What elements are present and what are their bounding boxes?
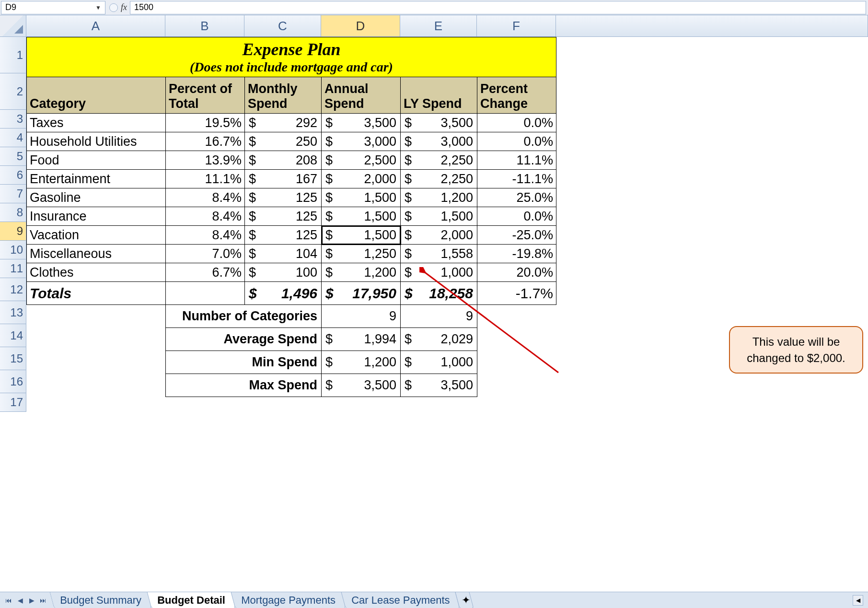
stat-empty-a-3[interactable] (27, 374, 166, 397)
cell-chg-8[interactable]: 0.0% (477, 207, 556, 226)
totals-pct[interactable] (166, 282, 245, 305)
col-header-A[interactable]: A (26, 15, 165, 36)
cell-pct-8[interactable]: 8.4% (166, 207, 245, 226)
totals-ly[interactable]: $18,258 (401, 282, 477, 305)
row-header-8[interactable]: 8 (0, 203, 26, 222)
cell-pct-11[interactable]: 6.7% (166, 263, 245, 282)
cell-annual-7[interactable]: $1,500 (322, 188, 401, 207)
fx-label[interactable]: fx (121, 2, 127, 12)
cell-annual-8[interactable]: $1,500 (322, 207, 401, 226)
title-cell[interactable]: Expense Plan (Does not include mortgage … (27, 37, 556, 77)
col-header-F[interactable]: F (477, 15, 556, 36)
stat-empty-a-1[interactable] (27, 328, 166, 351)
cell-chg-5[interactable]: 11.1% (477, 151, 556, 170)
row-header-2[interactable]: 2 (0, 73, 26, 110)
cell-annual-9[interactable]: $1,500 (322, 226, 401, 245)
tab-nav-next-icon[interactable]: ▶ (26, 595, 37, 606)
cell-monthly-8[interactable]: $125 (245, 207, 322, 226)
stat-empty-f-1[interactable] (477, 328, 556, 351)
cell-ly-5[interactable]: $2,250 (401, 151, 477, 170)
stat-d-0[interactable]: 9 (322, 305, 401, 328)
cell-annual-4[interactable]: $3,000 (322, 132, 401, 151)
row-header-7[interactable]: 7 (0, 185, 26, 203)
cell-ly-4[interactable]: $3,000 (401, 132, 477, 151)
hdr-percent[interactable]: Percent of Total (166, 77, 245, 114)
stat-e-1[interactable]: $2,029 (401, 328, 477, 351)
cell-monthly-11[interactable]: $100 (245, 263, 322, 282)
stat-empty-f-2[interactable] (477, 351, 556, 374)
cell-chg-9[interactable]: -25.0% (477, 226, 556, 245)
cell-monthly-7[interactable]: $125 (245, 188, 322, 207)
row-header-11[interactable]: 11 (0, 259, 26, 278)
stat-empty-f-0[interactable] (477, 305, 556, 328)
cell-cat-10[interactable]: Miscellaneous (27, 245, 166, 263)
totals-chg[interactable]: -1.7% (477, 282, 556, 305)
select-all-corner[interactable] (0, 15, 26, 36)
cell-ly-8[interactable]: $1,500 (401, 207, 477, 226)
cell-cat-7[interactable]: Gasoline (27, 188, 166, 207)
stat-label-3[interactable]: Max Spend (166, 374, 322, 397)
row-header-5[interactable]: 5 (0, 147, 26, 166)
cell-chg-4[interactable]: 0.0% (477, 132, 556, 151)
col-header-rest[interactable] (556, 15, 868, 36)
row-header-1[interactable]: 1 (0, 37, 26, 73)
cell-ly-7[interactable]: $1,200 (401, 188, 477, 207)
stat-e-0[interactable]: 9 (401, 305, 477, 328)
stat-empty-a-2[interactable] (27, 351, 166, 374)
row-header-4[interactable]: 4 (0, 129, 26, 147)
cell-pct-4[interactable]: 16.7% (166, 132, 245, 151)
sheet-tab-budget-summary[interactable]: Budget Summary (49, 592, 151, 608)
row-header-3[interactable]: 3 (0, 110, 26, 129)
cell-pct-9[interactable]: 8.4% (166, 226, 245, 245)
cell-ly-11[interactable]: $1,000 (401, 263, 477, 282)
row-header-16[interactable]: 16 (0, 370, 26, 393)
stat-label-0[interactable]: Number of Categories (166, 305, 322, 328)
tab-nav-first-icon[interactable]: ⏮ (3, 595, 14, 606)
cell-chg-11[interactable]: 20.0% (477, 263, 556, 282)
col-header-B[interactable]: B (165, 15, 244, 36)
cell-chg-3[interactable]: 0.0% (477, 114, 556, 132)
stat-d-3[interactable]: $3,500 (322, 374, 401, 397)
fx-circle-icon[interactable] (109, 3, 118, 12)
name-box-dropdown-icon[interactable]: ▼ (95, 4, 101, 11)
cell-annual-3[interactable]: $3,500 (322, 114, 401, 132)
hdr-annual[interactable]: Annual Spend (322, 77, 401, 114)
col-header-C[interactable]: C (244, 15, 321, 36)
cell-monthly-9[interactable]: $125 (245, 226, 322, 245)
hdr-ly[interactable]: LY Spend (401, 77, 477, 114)
sheet-tab-budget-detail[interactable]: Budget Detail (147, 592, 235, 608)
cell-ly-10[interactable]: $1,558 (401, 245, 477, 263)
totals-annual[interactable]: $17,950 (322, 282, 401, 305)
totals-monthly[interactable]: $1,496 (245, 282, 322, 305)
row-header-17[interactable]: 17 (0, 393, 26, 412)
empty-row-17[interactable] (27, 397, 556, 416)
cell-annual-11[interactable]: $1,200 (322, 263, 401, 282)
hdr-category[interactable]: Category (27, 77, 166, 114)
tab-nav-last-icon[interactable]: ⏭ (38, 595, 48, 606)
cell-pct-3[interactable]: 19.5% (166, 114, 245, 132)
cell-pct-7[interactable]: 8.4% (166, 188, 245, 207)
sheet-tab-mortgage-payments[interactable]: Mortgage Payments (231, 592, 346, 608)
stat-e-3[interactable]: $3,500 (401, 374, 477, 397)
stat-empty-a-0[interactable] (27, 305, 166, 328)
hdr-monthly[interactable]: Monthly Spend (245, 77, 322, 114)
cell-chg-6[interactable]: -11.1% (477, 170, 556, 188)
cell-cat-3[interactable]: Taxes (27, 114, 166, 132)
row-header-9[interactable]: 9 (0, 222, 26, 241)
cell-annual-10[interactable]: $1,250 (322, 245, 401, 263)
stat-label-2[interactable]: Min Spend (166, 351, 322, 374)
row-header-13[interactable]: 13 (0, 301, 26, 324)
cell-cat-4[interactable]: Household Utilities (27, 132, 166, 151)
cell-pct-6[interactable]: 11.1% (166, 170, 245, 188)
stat-e-2[interactable]: $1,000 (401, 351, 477, 374)
tab-nav-prev-icon[interactable]: ◀ (15, 595, 25, 606)
cell-cat-5[interactable]: Food (27, 151, 166, 170)
cell-pct-10[interactable]: 7.0% (166, 245, 245, 263)
totals-label[interactable]: Totals (27, 282, 166, 305)
cell-monthly-10[interactable]: $104 (245, 245, 322, 263)
cell-monthly-6[interactable]: $167 (245, 170, 322, 188)
row-header-10[interactable]: 10 (0, 241, 26, 259)
hscroll-left-icon[interactable]: ◀ (853, 595, 863, 606)
row-header-14[interactable]: 14 (0, 324, 26, 347)
row-header-15[interactable]: 15 (0, 347, 26, 370)
